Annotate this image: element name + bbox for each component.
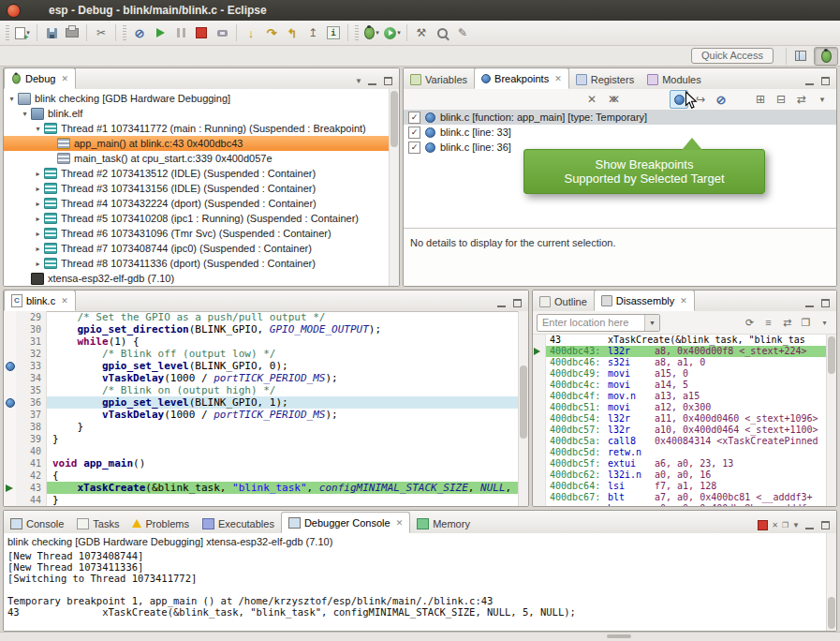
editor-scrollbar[interactable] [518,311,528,506]
editor-line[interactable]: 40 [4,445,519,457]
location-input[interactable]: Enter location here [538,317,644,328]
step-over-button[interactable] [262,23,281,42]
disassembly-row[interactable]: 400dbc64:lsif7, a1, 128 [533,481,827,492]
close-icon[interactable] [554,74,562,83]
disassembly-row[interactable]: 400dbc51:movia12, 0x300 [533,402,827,413]
expand-arrow-icon[interactable] [20,110,30,118]
debug-tree-item[interactable]: blink.elf [4,106,390,121]
tab-registers[interactable]: Registers [569,69,641,89]
close-icon[interactable] [61,296,68,306]
editor-line[interactable]: 41void app_main() [4,457,519,470]
chevron-down-icon[interactable] [397,29,401,37]
debug-tree-item[interactable]: Thread #4 1073432224 (dport) (Suspended … [4,196,390,211]
minimize-icon[interactable] [495,298,508,308]
minimize-icon[interactable] [803,298,816,308]
location-combo[interactable]: Enter location here [537,314,660,332]
pin-console-icon[interactable] [782,521,788,529]
editor-line[interactable]: 31 while(1) { [4,335,519,348]
view-menu-icon[interactable] [817,315,833,331]
disassembly-row[interactable]: 400dbc5a:call80x40084314 <xTaskCreatePin… [533,436,827,447]
console-output[interactable]: blink checking [GDB Hardware Debugging] … [4,533,827,631]
maximize-icon[interactable] [382,76,394,86]
disassembly-row[interactable]: 400dbc5d:retw.n [533,447,827,458]
minimize-icon[interactable] [803,76,816,86]
editor-annotation-ruler[interactable] [4,409,16,421]
tab-outline[interactable]: Outline [533,291,594,311]
expand-all-icon[interactable] [752,91,769,108]
disassembly-row[interactable]: 400dbc49:movia15, 0 [533,368,827,380]
scrollbar-thumb[interactable] [828,597,835,629]
expand-arrow-icon[interactable] [33,260,43,268]
remove-breakpoint-icon[interactable] [583,91,600,108]
scrollbar-thumb[interactable] [391,91,398,147]
expand-arrow-icon[interactable] [33,245,43,253]
tab-debugger-console[interactable]: Debugger Console [281,512,410,533]
disassembly-row[interactable]: 400dbc62:l32i.na0, a0, 16 [533,470,827,481]
tab-breakpoints[interactable]: Breakpoints [474,67,569,89]
expand-arrow-icon[interactable] [33,185,43,193]
resume-button[interactable] [151,23,169,42]
quick-access-button[interactable]: Quick Access [691,48,774,64]
minimize-icon[interactable] [366,76,378,86]
disassembly-row[interactable]: 400dbc46:s32ia8, a1, 0 [533,357,827,368]
editor-annotation-ruler[interactable] [4,470,16,482]
editor-annotation-ruler[interactable] [4,433,16,445]
editor-line[interactable]: 36 gpio_set_level(BLINK_GPIO, 1); [4,396,519,409]
disassembly-scrollbar[interactable] [826,335,836,506]
link-with-debug-icon[interactable] [793,91,810,108]
remove-all-breakpoints-icon[interactable] [604,91,621,108]
terminate-button[interactable] [192,23,211,42]
debug-tree-item[interactable]: Thread #1 1073411772 (main : Running) (S… [4,121,390,136]
editor-line[interactable]: 39} [4,433,519,445]
drop-to-frame-button[interactable] [303,23,322,42]
refresh-icon[interactable] [742,315,758,331]
close-icon[interactable] [680,296,687,306]
breakpoint-row[interactable]: blink.c [function: app_main] [type: Temp… [404,110,836,125]
editor-annotation-ruler[interactable] [4,457,16,470]
expand-arrow-icon[interactable] [7,95,17,103]
editor-annotation-ruler[interactable] [4,335,16,348]
disassembly-row[interactable]: 400dbc4f:mov.na13, a15 [533,391,827,402]
skip-all-breakpoints-button[interactable] [130,23,149,42]
search-button[interactable] [433,23,451,42]
disassembly-row[interactable]: 400dbc57:l32ra10, 0x400d0464 <_stext+110… [533,425,827,436]
code-editor[interactable]: 29 /* Set the GPIO as a push/pull output… [4,311,519,506]
editor-line[interactable]: 38 } [4,421,519,433]
disassembly-row[interactable]: 400dbc4c:movia14, 5 [533,380,827,391]
view-menu-icon[interactable] [355,77,362,85]
debug-tree-item[interactable]: Thread #2 1073413512 (IDLE) (Suspended :… [4,166,390,181]
debug-perspective-button[interactable] [814,47,838,66]
debug-tree-item[interactable]: Thread #5 1073410208 (ipc1 : Running) (S… [4,211,390,226]
expand-arrow-icon[interactable] [33,215,43,223]
print-button[interactable] [63,23,81,42]
maximize-icon[interactable] [819,520,832,530]
editor-line[interactable]: 30 gpio_set_direction(BLINK_GPIO, GPIO_M… [4,323,519,335]
editor-line[interactable]: 44} [4,494,519,506]
debug-tree-item[interactable]: Thread #7 1073408744 (ipc0) (Suspended :… [4,241,390,256]
toolbar-grip[interactable] [355,25,359,40]
debug-scrollbar[interactable] [389,89,399,286]
debug-tree-item[interactable]: app_main() at blink.c:43 0x400dbc43 [4,136,390,151]
instruction-stepping-button[interactable]: i [324,23,343,42]
copy-icon[interactable] [798,315,814,331]
editor-line[interactable]: 35 /* Blink on (output high) */ [4,384,519,396]
tab-modules[interactable]: Modules [641,69,708,89]
chevron-down-icon[interactable] [376,29,379,37]
sash-handle[interactable] [607,634,631,638]
editor-line[interactable]: 37 vTaskDelay(1000 / portTICK_PERIOD_MS)… [4,409,519,421]
tab-executables[interactable]: Executables [196,514,281,533]
trim-button[interactable] [92,23,111,42]
editor-annotation-ruler[interactable] [4,482,16,494]
window-close-button[interactable] [7,4,21,18]
build-button[interactable] [412,23,431,42]
editor-annotation-ruler[interactable] [4,445,16,457]
remove-launch-icon[interactable] [772,521,778,529]
run-button[interactable] [383,23,402,42]
checkbox-checked-icon[interactable] [408,142,420,154]
expand-arrow-icon[interactable] [33,230,43,238]
expand-arrow-icon[interactable] [33,170,43,178]
breakpoint-row[interactable]: blink.c [line: 33] [404,125,836,140]
annotation-button[interactable] [453,23,472,42]
tab-blink-c[interactable]: blink.c [4,290,76,311]
save-button[interactable] [42,23,61,42]
